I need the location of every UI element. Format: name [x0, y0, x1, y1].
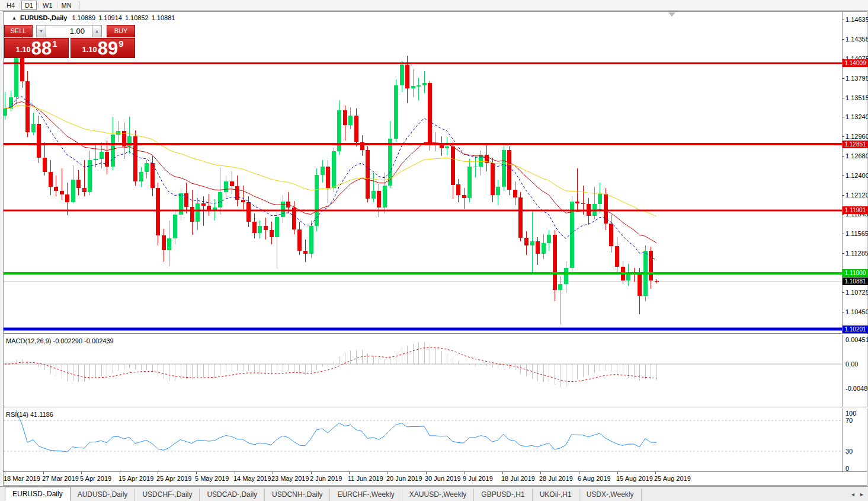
date-tick-mark	[617, 472, 618, 474]
chart-tab-eurchf[interactable]: EURCHF-,Weekly	[330, 489, 402, 501]
price-tick-mark	[842, 136, 844, 137]
current-price-badge: 1.10881	[843, 277, 868, 285]
timeframe-button-mn[interactable]: MN	[59, 1, 75, 10]
level-price-badge: 1.14009	[843, 59, 868, 67]
chart-tab-ukoil[interactable]: UKOil-,H1	[533, 489, 579, 501]
date-label: 15 Aug 2019	[616, 475, 653, 482]
price-tick-mark	[842, 98, 844, 98]
rsi-axis-label: 100	[845, 410, 856, 417]
timeframe-button-w1[interactable]: W1	[40, 1, 56, 10]
chart-tab-usdx[interactable]: USDX-,Weekly	[579, 489, 642, 501]
macd-axis-label: 0.00	[845, 360, 858, 368]
tab-scroll-arrows: ◂▸	[851, 491, 863, 498]
sell-button[interactable]: SELL	[4, 25, 33, 37]
tab-scroll-right-icon[interactable]: ▸	[860, 491, 863, 498]
price-tick-label: 1.12120	[845, 192, 868, 199]
date-label: 23 May 2019	[271, 475, 309, 482]
price-tick-mark	[842, 312, 844, 312]
chart-tab-usdchf[interactable]: USDCHF-,Daily	[135, 489, 200, 501]
ohlc-high: 1.10914	[98, 14, 122, 21]
price-tick-label: 1.14355	[845, 36, 868, 43]
date-label: 18 Mar 2019	[4, 475, 40, 482]
ma-slow	[5, 106, 656, 216]
ma-mid	[5, 102, 656, 243]
price-tick-label: 1.13795	[845, 75, 868, 82]
date-label: 25 Aug 2019	[654, 475, 691, 482]
date-tick-mark	[235, 472, 235, 474]
main-chart-svg[interactable]	[0, 0, 868, 501]
rsi-indicator	[4, 410, 842, 452]
date-tick-mark	[196, 472, 197, 474]
date-tick-mark	[311, 472, 312, 474]
collapse-triangle-icon[interactable]: ▲	[12, 15, 17, 21]
price-tick-label: 1.11565	[845, 230, 868, 237]
timeframe-button-d1[interactable]: D1	[21, 1, 37, 10]
rsi-axis-label: 30	[845, 448, 853, 455]
price-tick-label: 1.13515	[845, 94, 868, 101]
macd-axis-label: -0.004806	[845, 385, 868, 392]
sell-price-panel[interactable]: 1.10 88 1	[4, 38, 69, 58]
symbol-tabbar: EURUSD-,DailyAUDUSD-,DailyUSDCHF-,DailyU…	[0, 486, 868, 501]
price-tick-mark	[842, 175, 844, 176]
date-label: 11 Jun 2019	[348, 475, 383, 482]
buy-button[interactable]: BUY	[107, 25, 135, 37]
date-tick-mark	[158, 472, 158, 474]
panel-splitter-rsi[interactable]	[4, 407, 867, 409]
date-label: 9 Jul 2019	[463, 475, 493, 482]
price-tick-mark	[842, 20, 844, 20]
date-label: 5 Apr 2019	[80, 475, 111, 482]
level-price-badge: 1.12851	[843, 141, 868, 148]
date-tick-mark	[655, 472, 656, 474]
price-tick-label: 1.12680	[845, 152, 868, 159]
price-tick-label: 1.12960	[845, 133, 868, 140]
chart-tab-xauusd[interactable]: XAUUSD-,Weekly	[402, 489, 474, 501]
date-label: 18 Jul 2019	[501, 475, 535, 482]
volume-increase-button[interactable]: ▲	[92, 25, 102, 37]
chart-tab-gbpusd[interactable]: GBPUSD-,H1	[474, 489, 532, 501]
timeframe-toolbar: H4D1W1MN	[0, 0, 868, 11]
date-tick-mark	[81, 472, 82, 474]
price-tick-mark	[842, 195, 844, 196]
price-tick-label: 1.11285	[845, 250, 868, 257]
buy-price-prefix: 1.10	[82, 45, 97, 54]
price-tick-mark	[842, 292, 844, 293]
date-tick-mark	[43, 472, 44, 474]
date-tick-mark	[349, 472, 350, 474]
rsi-line	[16, 410, 656, 452]
chart-tab-usdcad[interactable]: USDCAD-,Daily	[200, 489, 265, 501]
date-label: 5 May 2019	[195, 475, 229, 482]
macd-indicator	[4, 342, 842, 387]
sell-price-big: 88	[31, 40, 52, 56]
macd-axis-label: 0.004517	[845, 336, 868, 343]
tab-scroll-left-icon[interactable]: ◂	[851, 491, 854, 498]
candlesticks	[3, 30, 659, 324]
ohlc-open: 1.10889	[72, 14, 95, 21]
chart-tab-eurusd[interactable]: EURUSD-,Daily	[5, 487, 71, 501]
date-tick-mark	[120, 472, 120, 474]
chart-tab-audusd[interactable]: AUDUSD-,Daily	[71, 489, 136, 501]
date-tick-mark	[5, 472, 5, 474]
sell-price-prefix: 1.10	[15, 45, 30, 54]
chart-symbol-label: EURUSD-,Daily	[20, 14, 67, 21]
ohlc-low: 1.10852	[125, 14, 149, 21]
date-label: 25 Apr 2019	[156, 475, 191, 482]
sell-price-pip: 1	[52, 39, 57, 49]
volume-input[interactable]: 1.00	[46, 25, 92, 37]
chart-tab-usdcnh[interactable]: USDCNH-,Daily	[265, 489, 330, 501]
chart-shift-marker-icon[interactable]	[668, 12, 675, 17]
date-tick-mark	[464, 472, 465, 474]
date-label: 15 Apr 2019	[118, 475, 153, 482]
chevron-down-icon: ▼	[39, 29, 43, 33]
date-tick-mark	[502, 472, 503, 474]
macd-label: MACD(12,26,9) -0.002290 -0.002439	[6, 337, 114, 344]
rsi-value: 41.1186	[30, 411, 53, 418]
volume-decrease-button[interactable]: ▼	[36, 25, 46, 37]
buy-price-big: 89	[98, 40, 118, 56]
date-label: 20 Jun 2019	[386, 475, 422, 482]
timeframe-button-h4[interactable]: H4	[3, 1, 18, 10]
price-tick-label: 1.14635	[845, 16, 868, 23]
panel-splitter-macd[interactable]	[4, 333, 867, 335]
date-tick-mark	[387, 472, 388, 474]
macd-value-signal: -0.002439	[84, 337, 114, 344]
buy-price-panel[interactable]: 1.10 89 9	[71, 38, 135, 58]
